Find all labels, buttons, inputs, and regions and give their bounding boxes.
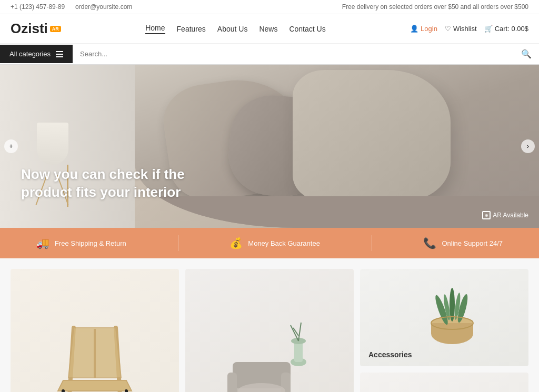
search-button[interactable]: 🔍: [514, 44, 539, 64]
features-bar: 🚚 Free Shipping & Return 💰 Money Back Gu…: [0, 228, 539, 258]
lamp-shade: [37, 123, 68, 165]
lighting-bg: [360, 373, 528, 392]
hero-section: + › Now you can check if the product fit…: [0, 65, 539, 228]
ar-icon: ⊕: [482, 211, 491, 219]
shipping-icon: 🚚: [36, 237, 49, 249]
nav-contact[interactable]: Contact Us: [289, 25, 325, 33]
ar-label: AR Available: [493, 212, 528, 219]
hero-prev-button[interactable]: +: [4, 139, 18, 153]
top-bar-left: +1 (123) 457-89-89 order@yoursite.com: [11, 3, 132, 11]
category-lighting[interactable]: Lighting: [360, 373, 528, 392]
categories-grid: Furniture: [11, 269, 528, 392]
login-button[interactable]: 👤 Login: [410, 25, 437, 33]
money-back-icon: 💰: [229, 237, 243, 249]
pillow-3: [293, 70, 451, 202]
search-bar: All categories 🔍: [0, 44, 539, 65]
money-back-label: Money Back Guarantee: [248, 239, 320, 247]
feature-shipping: 🚚 Free Shipping & Return: [36, 237, 126, 249]
hero-text: Now you can check if the product fits yo…: [21, 166, 232, 202]
ar-badge: ⊕ AR Available: [482, 211, 528, 219]
phone-number: +1 (123) 457-89-89: [11, 3, 65, 11]
hero-headline: Now you can check if the product fits yo…: [21, 166, 232, 202]
promo-message: Free delivery on selected orders over $5…: [342, 3, 528, 11]
nav-home[interactable]: Home: [145, 24, 165, 34]
wishlist-button[interactable]: ♡ Wishlist: [445, 25, 477, 33]
category-furniture[interactable]: Furniture: [11, 269, 179, 392]
right-column: Accessories: [360, 269, 528, 392]
hamburger-icon: [56, 51, 63, 57]
svg-marker-2: [58, 380, 132, 391]
user-icon: 👤: [410, 25, 418, 33]
sofa-bg: [185, 269, 354, 392]
svg-rect-16: [227, 373, 237, 392]
header: Ozisti AR Home Features About Us News Co…: [0, 14, 539, 44]
category-sofas[interactable]: Sofas & Armchairs: [185, 269, 354, 392]
hero-visual: [135, 65, 539, 228]
top-bar: +1 (123) 457-89-89 order@yoursite.com Fr…: [0, 0, 539, 14]
logo[interactable]: Ozisti AR: [11, 21, 61, 37]
sofa-illustration: [217, 309, 322, 392]
furniture-bg: [11, 269, 179, 392]
lighting-illustration: [402, 387, 486, 393]
cart-icon: 🛒: [484, 25, 493, 33]
feature-money-back: 💰 Money Back Guarantee: [229, 237, 320, 249]
wishlist-label: Wishlist: [453, 25, 477, 33]
cart-label: Cart: 0.00$: [495, 25, 528, 33]
chair-illustration: [53, 317, 137, 392]
categories-section: Furniture: [0, 258, 539, 392]
logo-badge: AR: [50, 26, 61, 32]
heart-icon: ♡: [445, 25, 451, 33]
categories-label: All categories: [9, 50, 51, 58]
feature-divider-1: [178, 235, 178, 251]
nav-actions: 👤 Login ♡ Wishlist 🛒 Cart: 0.00$: [410, 25, 528, 33]
login-label: Login: [421, 25, 437, 33]
feature-support: 📞 Online Support 24/7: [423, 237, 503, 249]
email-address: order@yoursite.com: [75, 3, 132, 11]
categories-button[interactable]: All categories: [0, 45, 73, 63]
hero-lamp-area: [0, 65, 135, 228]
hero-next-button[interactable]: ›: [521, 139, 535, 153]
nav-news[interactable]: News: [259, 25, 277, 33]
support-icon: 📞: [423, 237, 436, 249]
search-input[interactable]: [80, 50, 506, 58]
main-nav: Home Features About Us News Contact Us: [145, 24, 325, 34]
accessories-label: Accessories: [368, 350, 412, 359]
cart-button[interactable]: 🛒 Cart: 0.00$: [484, 25, 528, 33]
accessories-illustration: [405, 281, 484, 355]
logo-text: Ozisti: [11, 21, 48, 37]
support-label: Online Support 24/7: [442, 239, 503, 247]
nav-about[interactable]: About Us: [217, 25, 248, 33]
category-accessories[interactable]: Accessories: [360, 269, 528, 366]
feature-divider-2: [372, 235, 372, 251]
nav-features[interactable]: Features: [177, 25, 206, 33]
shipping-label: Free Shipping & Return: [55, 239, 126, 247]
search-input-wrap: [73, 50, 514, 58]
